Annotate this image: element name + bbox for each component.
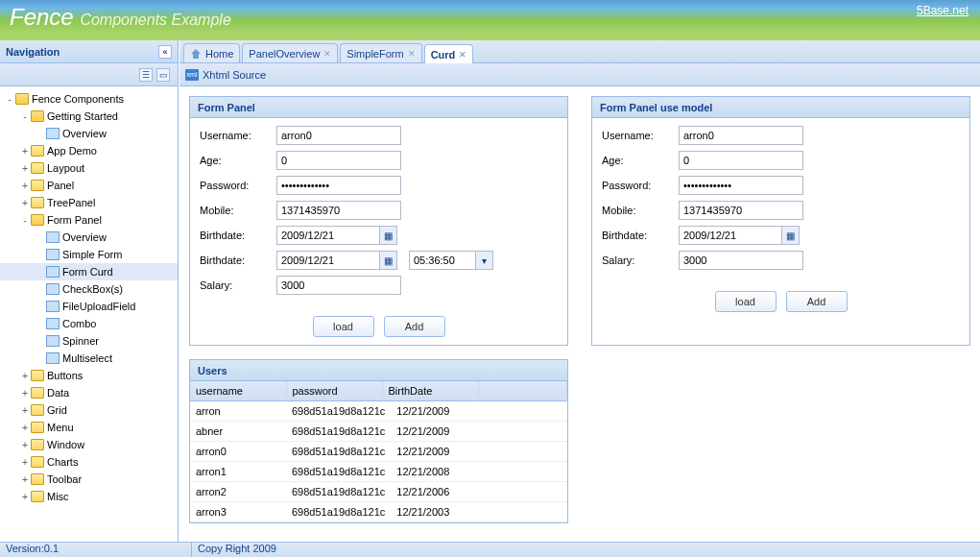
tab[interactable]: SimpleForm✕ [340, 43, 421, 62]
tab-label: SimpleForm [347, 48, 403, 60]
password-input[interactable] [276, 176, 401, 195]
field-label: Salary: [602, 254, 679, 266]
version-label: Version:0.1 [0, 543, 192, 557]
tree-node[interactable]: +Toolbar [0, 471, 178, 488]
tree-label: Form Panel [47, 214, 102, 226]
panel-title: Form Panel use model [592, 97, 969, 118]
tree-label: Toolbar [47, 473, 82, 485]
leaf-icon [46, 318, 60, 329]
tree-label: Combo [62, 318, 96, 329]
tree-node[interactable]: +Menu [0, 419, 178, 436]
field-label: Birthdate: [200, 230, 276, 241]
add-button[interactable]: Add [384, 316, 445, 337]
column-header[interactable]: password [286, 381, 382, 401]
text-input[interactable] [679, 251, 803, 270]
tree-label: Menu [47, 422, 74, 433]
leaf-icon [46, 266, 60, 278]
tree-node[interactable]: CheckBox(s) [0, 280, 178, 298]
table-row[interactable]: arron3698d51a19d8a121c12/21/2003 [190, 502, 567, 522]
text-input[interactable] [679, 201, 803, 220]
close-icon[interactable]: ✕ [459, 50, 466, 60]
text-input[interactable] [276, 276, 401, 295]
text-input[interactable] [679, 126, 803, 145]
tab[interactable]: Curd✕ [424, 44, 474, 63]
date-input[interactable] [679, 226, 782, 245]
tab[interactable]: PanelOverview✕ [242, 43, 338, 62]
tree-node[interactable]: Overview [0, 229, 178, 246]
folder-icon [31, 370, 44, 381]
text-input[interactable] [276, 126, 401, 145]
folder-icon [31, 473, 44, 485]
tree-node[interactable]: +App Demo [0, 142, 178, 159]
tree-label: Simple Form [62, 249, 122, 260]
tree-node[interactable]: Multiselect [0, 350, 178, 367]
text-input[interactable] [276, 201, 401, 220]
tree-node[interactable]: +Buttons [0, 367, 178, 384]
tree-label: Panel [47, 180, 74, 191]
banner: Fence Components Example 5Base.net [0, 0, 980, 40]
chevron-down-icon[interactable]: ▾ [476, 251, 493, 270]
password-input[interactable] [679, 176, 803, 195]
field-label: Username: [200, 130, 276, 141]
load-button[interactable]: load [715, 291, 777, 312]
tree-node[interactable]: -Fence Components [0, 90, 178, 108]
tree-node[interactable]: +Laypout [0, 159, 178, 177]
tree-node[interactable]: Form Curd [0, 263, 178, 280]
calendar-icon[interactable]: ▦ [380, 251, 397, 270]
panel-title: Form Panel [190, 97, 567, 118]
tree-node[interactable]: +Misc [0, 488, 178, 505]
table-row[interactable]: arron1698d51a19d8a121c12/21/2008 [190, 462, 567, 482]
tree-label: Spinner [62, 335, 99, 347]
tree-label: App Demo [47, 145, 97, 157]
folder-icon [31, 422, 44, 433]
tree-node[interactable]: Overview [0, 125, 178, 142]
expand-all-icon[interactable]: ☰ [139, 68, 153, 82]
time-input[interactable] [409, 251, 476, 270]
folder-icon [31, 387, 44, 399]
column-header[interactable]: BirthDate [382, 381, 478, 401]
date-input[interactable] [276, 226, 380, 245]
workspace: Form Panel Username:Age:Password:Mobile:… [179, 86, 980, 542]
banner-link[interactable]: 5Base.net [917, 4, 968, 17]
collapse-icon[interactable]: « [158, 45, 172, 59]
nav-tree: -Fence Components-Getting StartedOvervie… [0, 86, 178, 542]
table-row[interactable]: arron2698d51a19d8a121c12/21/2006 [190, 482, 567, 502]
table-row[interactable]: arron0698d51a19d8a121c12/21/2009 [190, 442, 567, 462]
table-row[interactable]: arron698d51a19d8a121c12/21/2009 [190, 401, 567, 422]
calendar-icon[interactable]: ▦ [782, 226, 800, 245]
tree-node[interactable]: -Getting Started [0, 108, 178, 125]
field-label: Password: [602, 180, 679, 191]
app-title: Fence Components Example [10, 4, 231, 31]
tab[interactable]: Home [183, 43, 240, 62]
close-icon[interactable]: ✕ [323, 49, 331, 59]
collapse-all-icon[interactable]: ▭ [156, 68, 170, 82]
tree-node[interactable]: Spinner [0, 332, 178, 350]
close-icon[interactable]: ✕ [408, 49, 416, 59]
tree-node[interactable]: Simple Form [0, 246, 178, 263]
folder-icon [31, 214, 44, 226]
tree-node[interactable]: +Charts [0, 453, 178, 471]
column-header[interactable]: username [190, 381, 286, 401]
load-button[interactable]: load [313, 316, 374, 337]
table-row[interactable]: abner698d51a19d8a121c12/21/2009 [190, 422, 567, 442]
tree-node[interactable]: +TreePanel [0, 194, 178, 211]
add-button[interactable]: Add [786, 291, 848, 312]
tree-node[interactable]: FileUploadField [0, 298, 178, 315]
tree-node[interactable]: +Grid [0, 401, 178, 419]
field-label: Mobile: [200, 205, 276, 216]
tab-strip: HomePanelOverview✕SimpleForm✕Curd✕ [179, 40, 980, 63]
tree-node[interactable]: +Panel [0, 177, 178, 194]
xhtml-source-button[interactable]: Xhtml Source [203, 69, 266, 81]
tree-node[interactable]: +Data [0, 384, 178, 401]
tree-node[interactable]: +Window [0, 436, 178, 453]
calendar-icon[interactable]: ▦ [380, 226, 397, 245]
home-icon [190, 48, 202, 60]
text-input[interactable] [276, 151, 401, 170]
form-panel-right: Form Panel use model Username:Age:Passwo… [591, 96, 970, 346]
users-grid: Users username password BirthDate arron6… [189, 359, 568, 523]
tree-node[interactable]: -Form Panel [0, 211, 178, 229]
tab-label: PanelOverview [249, 48, 320, 60]
text-input[interactable] [679, 151, 803, 170]
tree-node[interactable]: Combo [0, 315, 178, 332]
date-input[interactable] [276, 251, 380, 270]
